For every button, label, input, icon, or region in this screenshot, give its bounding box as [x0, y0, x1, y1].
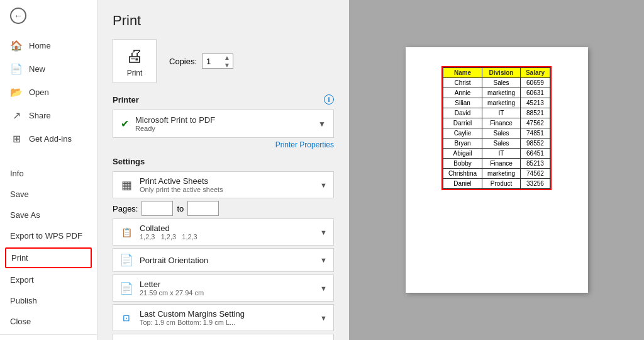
table-row: Silianmarketing45213	[443, 98, 550, 108]
sidebar-item-save-as[interactable]: Save As	[0, 205, 97, 225]
printer-box[interactable]: ✔ Microsoft Print to PDF Ready ▼	[113, 110, 334, 138]
sidebar-item-get-addins[interactable]: ⊞ Get Add-ins	[0, 127, 97, 150]
setting-paper-size[interactable]: 📄 Letter 21.59 cm x 27.94 cm ▼	[113, 275, 334, 302]
sidebar: ← 🏠 Home 📄 New 📂 Open ↗ Share ⊞ Get Add-…	[0, 0, 97, 340]
print-panel: Print 🖨 Print Copies: ▲ ▼	[97, 0, 644, 340]
preview-table: Name Division Salary ChristSales60659Ann…	[443, 67, 550, 189]
print-button[interactable]: 🖨 Print	[113, 39, 157, 83]
addins-icon: ⊞	[10, 133, 23, 145]
sidebar-item-open[interactable]: 📂 Open	[0, 81, 97, 104]
printer-info-icon[interactable]: i	[324, 94, 334, 105]
sidebar-item-home[interactable]: 🏠 Home	[0, 34, 97, 57]
printer-icon: 🖨	[126, 45, 143, 66]
margins-icon: ⊡	[119, 313, 133, 323]
table-row: BobbyFinance85213	[443, 159, 550, 169]
printer-dropdown-arrow[interactable]: ▼	[318, 120, 326, 128]
printer-section-header: Printer i	[113, 94, 334, 105]
copies-input[interactable]	[206, 57, 224, 66]
orientation-arrow[interactable]: ▼	[320, 256, 327, 264]
table-row: DanielProduct33256	[443, 179, 550, 189]
sidebar-item-export-wps[interactable]: Export to WPS PDF	[0, 225, 97, 246]
orientation-icon: 📄	[119, 253, 133, 267]
col-header-salary: Salary	[520, 68, 550, 78]
page-title: Print	[113, 13, 334, 29]
setting-scaling[interactable]: 🔢 No Scaling Print sheets at their actua…	[113, 334, 334, 340]
pages-row: Pages: to	[113, 201, 334, 216]
sidebar-item-publish[interactable]: Publish	[0, 290, 97, 311]
copies-up-arrow[interactable]: ▲	[224, 54, 230, 61]
sidebar-item-share[interactable]: ↗ Share	[0, 104, 97, 127]
margins-arrow[interactable]: ▼	[320, 314, 327, 322]
table-row: BryanSales98552	[443, 139, 550, 149]
sidebar-item-new[interactable]: 📄 New	[0, 57, 97, 81]
setting-active-sheets[interactable]: ▦ Print Active Sheets Only print the act…	[113, 171, 334, 198]
paper-size-text: Letter 21.59 cm x 27.94 cm	[140, 280, 314, 297]
back-icon: ←	[10, 8, 26, 24]
collated-text: Collated 1,2,3 1,2,3 1,2,3	[140, 224, 314, 241]
open-icon: 📂	[10, 86, 23, 98]
setting-collated[interactable]: 📋 Collated 1,2,3 1,2,3 1,2,3 ▼	[113, 218, 334, 246]
pages-to-input[interactable]	[187, 201, 219, 216]
table-row: DarrielFinance47562	[443, 118, 550, 128]
collated-icon: 📋	[119, 227, 133, 237]
settings-section-header: Settings	[113, 157, 334, 166]
active-sheets-arrow[interactable]: ▼	[320, 181, 327, 189]
home-icon: 🏠	[10, 40, 23, 52]
sidebar-account[interactable]: Account	[0, 334, 97, 340]
share-icon: ↗	[10, 110, 23, 122]
setting-orientation[interactable]: 📄 Portrait Orientation ▼	[113, 248, 334, 272]
table-row: ChristSales60659	[443, 78, 550, 88]
copies-down-arrow[interactable]: ▼	[224, 62, 230, 69]
preview-page: Name Division Salary ChristSales60659Ann…	[406, 47, 588, 293]
new-icon: 📄	[10, 63, 23, 75]
sidebar-nav: 🏠 Home 📄 New 📂 Open ↗ Share ⊞ Get Add-in…	[0, 31, 97, 334]
print-button-area: 🖨 Print Copies: ▲ ▼	[113, 39, 334, 83]
settings-panel: Print 🖨 Print Copies: ▲ ▼	[97, 0, 349, 340]
margins-text: Last Custom Margins Setting Top: 1.9 cm …	[140, 309, 314, 326]
table-row: Chrishtinamarketing74562	[443, 169, 550, 179]
preview-area: Name Division Salary ChristSales60659Ann…	[349, 0, 644, 340]
sidebar-item-export[interactable]: Export	[0, 269, 97, 290]
sidebar-item-save[interactable]: Save	[0, 184, 97, 205]
table-row: CaylieSales74851	[443, 128, 550, 139]
sidebar-item-info[interactable]: Info	[0, 163, 97, 184]
table-row: AbigailIT66451	[443, 149, 550, 159]
setting-margins[interactable]: ⊡ Last Custom Margins Setting Top: 1.9 c…	[113, 304, 334, 331]
printer-properties-link[interactable]: Printer Properties	[113, 140, 334, 149]
pages-from-input[interactable]	[142, 201, 173, 216]
active-sheets-icon: ▦	[119, 178, 133, 192]
collated-arrow[interactable]: ▼	[320, 229, 327, 236]
printer-info: Microsoft Print to PDF Ready	[135, 115, 312, 132]
paper-size-arrow[interactable]: ▼	[320, 285, 327, 292]
active-sheets-text: Print Active Sheets Only print the activ…	[140, 176, 314, 193]
paper-size-icon: 📄	[119, 281, 133, 295]
printer-check-icon: ✔	[121, 118, 129, 130]
table-row: DavidIT88521	[443, 108, 550, 118]
preview-table-wrapper: Name Division Salary ChristSales60659Ann…	[441, 66, 552, 190]
col-header-division: Division	[482, 68, 521, 78]
copies-input-wrapper: ▲ ▼	[202, 54, 233, 69]
copies-spinner: ▲ ▼	[224, 54, 230, 69]
sidebar-item-print[interactable]: Print	[5, 247, 92, 268]
copies-area: Copies: ▲ ▼	[169, 54, 233, 69]
sidebar-item-close[interactable]: Close	[0, 311, 97, 332]
col-header-name: Name	[443, 68, 482, 78]
orientation-text: Portrait Orientation	[140, 256, 314, 265]
table-row: Anniemarketing60631	[443, 88, 550, 98]
back-button[interactable]: ←	[0, 0, 97, 31]
main-content: Print 🖨 Print Copies: ▲ ▼	[97, 0, 644, 340]
